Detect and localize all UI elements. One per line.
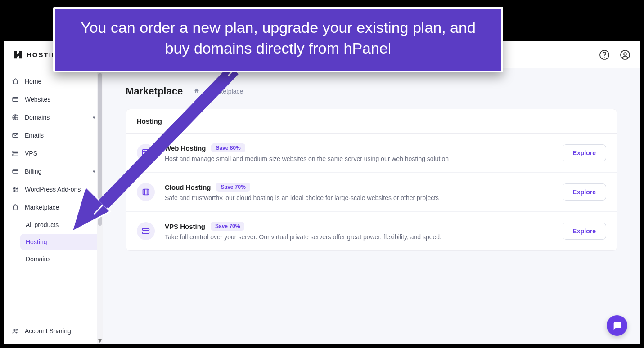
sidebar-item-label: Billing	[25, 168, 41, 175]
scrollbar-thumb[interactable]	[98, 73, 102, 226]
discount-badge: Save 80%	[211, 143, 245, 152]
breadcrumb: · Marketplace	[194, 88, 243, 95]
svg-point-17	[16, 329, 18, 330]
breadcrumb-current: Marketplace	[209, 88, 243, 95]
hosting-card: Hosting Web Hosting Save 80% Host and ma…	[126, 109, 617, 251]
svg-point-9	[14, 152, 14, 152]
sidebar-item-vps[interactable]: VPS	[7, 145, 100, 162]
svg-rect-19	[143, 189, 149, 195]
chevron-up-icon: ▴	[93, 205, 95, 210]
svg-rect-11	[13, 170, 18, 173]
svg-rect-20	[143, 229, 149, 231]
bag-icon	[11, 203, 19, 211]
product-row-cloud-hosting: Cloud Hosting Save 70% Safe and trustwor…	[126, 173, 617, 212]
product-description: Host and manage small and medium size we…	[165, 155, 553, 162]
mail-icon	[11, 131, 19, 139]
svg-rect-13	[16, 187, 18, 189]
sidebar-item-label: Marketplace	[25, 204, 59, 211]
svg-point-2	[621, 50, 630, 59]
sidebar: Home Websites Domains ▾ Emails VPS	[4, 68, 103, 344]
product-description: Safe and trustworthy, our cloud hosting …	[165, 194, 553, 201]
annotation-text: You can order a new plan, upgrade your e…	[73, 18, 483, 59]
sidebar-item-label: Domains	[26, 255, 50, 263]
product-title: Cloud Hosting	[165, 183, 211, 191]
sidebar-item-label: All products	[26, 221, 59, 228]
vps-hosting-icon	[137, 222, 155, 240]
explore-button[interactable]: Explore	[563, 223, 606, 240]
annotation-callout: You can order a new plan, upgrade your e…	[53, 7, 503, 72]
layout: Home Websites Domains ▾ Emails VPS	[4, 68, 640, 344]
app-window: HOSTINGER Home Websites	[4, 41, 640, 344]
discount-badge: Save 70%	[216, 183, 250, 192]
sidebar-item-label: Hosting	[26, 238, 47, 245]
svg-rect-4	[13, 97, 18, 101]
svg-rect-14	[13, 190, 15, 192]
svg-rect-12	[13, 187, 15, 189]
help-button[interactable]	[599, 49, 610, 61]
svg-point-1	[604, 57, 605, 58]
chevron-down-icon: ▾	[93, 115, 95, 120]
sidebar-item-label: Emails	[25, 132, 44, 139]
sidebar-item-label: Home	[25, 78, 41, 85]
sidebar-subitem-hosting[interactable]: Hosting	[20, 234, 100, 250]
people-icon	[11, 327, 19, 335]
user-icon	[620, 49, 630, 60]
product-row-vps-hosting: VPS Hosting Save 70% Take full control o…	[126, 212, 617, 250]
sidebar-item-domains[interactable]: Domains ▾	[7, 109, 100, 126]
page-title: Marketplace	[126, 85, 183, 97]
hostinger-logo-icon	[13, 50, 23, 60]
sidebar-item-home[interactable]: Home	[7, 73, 100, 90]
sidebar-item-emails[interactable]: Emails	[7, 127, 100, 144]
server-icon	[11, 149, 19, 157]
page-header: Marketplace · Marketplace	[126, 85, 617, 97]
svg-point-16	[14, 329, 15, 331]
scrollbar-down-arrow[interactable]: ▾	[97, 338, 103, 343]
card-heading: Hosting	[126, 109, 617, 134]
home-icon[interactable]	[194, 88, 200, 95]
top-actions	[599, 49, 631, 61]
account-button[interactable]	[619, 49, 631, 61]
sidebar-item-websites[interactable]: Websites	[7, 91, 100, 108]
sidebar-item-wordpress-addons[interactable]: WordPress Add-ons	[7, 181, 100, 198]
discount-badge: Save 70%	[211, 222, 244, 231]
sidebar-item-label: Websites	[25, 96, 50, 103]
sidebar-item-billing[interactable]: Billing ▾	[7, 163, 100, 180]
window-icon	[11, 95, 19, 103]
sidebar-item-label: WordPress Add-ons	[25, 186, 81, 193]
chevron-down-icon: ▾	[93, 169, 95, 174]
sidebar-scrollbar[interactable]: ▾	[97, 68, 103, 344]
product-title: VPS Hosting	[165, 223, 205, 230]
explore-button[interactable]: Explore	[563, 183, 606, 201]
product-description: Take full control over your server. Our …	[165, 233, 553, 241]
product-title: Web Hosting	[165, 144, 206, 152]
sidebar-item-label: VPS	[25, 150, 37, 157]
svg-point-10	[14, 155, 14, 155]
svg-point-3	[624, 53, 626, 55]
chat-button[interactable]	[607, 315, 627, 336]
sidebar-item-label: Domains	[25, 114, 50, 121]
product-row-web-hosting: Web Hosting Save 80% Host and manage sma…	[126, 134, 617, 173]
sidebar-item-marketplace[interactable]: Marketplace ▴	[7, 199, 100, 216]
svg-rect-21	[143, 232, 149, 234]
help-icon	[599, 49, 610, 60]
home-icon	[11, 77, 19, 85]
svg-rect-15	[16, 190, 18, 192]
breadcrumb-separator: ·	[203, 88, 205, 95]
main-content: Marketplace · Marketplace Hosting Web Ho…	[103, 68, 640, 344]
grid-icon	[11, 185, 19, 193]
sidebar-item-label: Account Sharing	[25, 327, 71, 335]
cloud-hosting-icon	[137, 183, 155, 201]
web-hosting-icon	[137, 144, 155, 162]
chat-icon	[612, 321, 622, 330]
card-icon	[11, 167, 19, 175]
sidebar-item-account-sharing[interactable]: Account Sharing	[7, 322, 100, 339]
globe-icon	[11, 113, 19, 121]
sidebar-subitem-domains[interactable]: Domains	[20, 251, 100, 267]
explore-button[interactable]: Explore	[563, 144, 606, 161]
svg-rect-18	[143, 150, 149, 156]
sidebar-subitem-all-products[interactable]: All products	[20, 217, 100, 233]
